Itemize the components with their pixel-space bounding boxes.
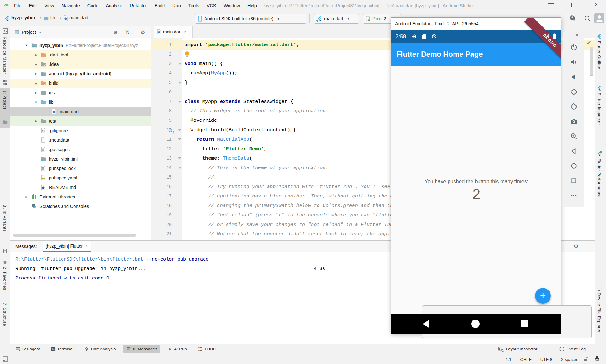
tab-main-dart[interactable]: main.dart × bbox=[154, 26, 193, 38]
horizontal-scrollbar[interactable] bbox=[13, 234, 136, 237]
menu-vcs[interactable]: VCS bbox=[207, 3, 216, 8]
stripe-resource-manager[interactable]: Resource Manager bbox=[3, 37, 7, 74]
stripe-structure[interactable]: 7: Structure bbox=[3, 303, 7, 326]
tree-expanded-icon[interactable]: ▼ bbox=[34, 101, 38, 104]
toolwindow-icon[interactable] bbox=[3, 80, 8, 85]
breadcrumb-file[interactable]: main.dart bbox=[69, 15, 88, 20]
resource-manager-icon[interactable] bbox=[3, 28, 8, 34]
tree-collapsed-icon[interactable]: ▶ bbox=[24, 195, 29, 198]
emulator-rotate-right-button[interactable] bbox=[570, 103, 578, 111]
menu-file[interactable]: File bbox=[14, 3, 21, 8]
tree-item-main-dart[interactable]: main.dart bbox=[10, 107, 152, 116]
tree-item-readme-md[interactable]: iREADME.md bbox=[10, 183, 152, 192]
emulator-camera-button[interactable] bbox=[570, 117, 578, 126]
menu-view[interactable]: View bbox=[44, 3, 54, 8]
toolwindow-tab-0-messages[interactable]: 0: Messages bbox=[123, 345, 160, 353]
tree-item-ios[interactable]: ▶ios bbox=[10, 88, 152, 97]
tree-collapsed-icon[interactable]: ▶ bbox=[34, 82, 38, 85]
console-line[interactable]: R:\Flutter\FlutterSDK\flutter\bin\flutte… bbox=[15, 255, 209, 264]
nav-home-button[interactable] bbox=[471, 320, 480, 328]
emulator-power-button[interactable] bbox=[570, 43, 578, 51]
toolwindow-tab-6-logcat[interactable]: 6: Logcat bbox=[13, 345, 43, 353]
stripe-flutter-performance[interactable]: Flutter Performance bbox=[597, 151, 602, 197]
collapse-all-icon[interactable]: ⇅ bbox=[125, 29, 129, 35]
minimize-button[interactable] bbox=[548, 3, 554, 4]
menu-tools[interactable]: Tools bbox=[188, 3, 199, 8]
tree-item-lib[interactable]: ▼lib bbox=[10, 97, 152, 107]
close-tab-icon[interactable]: × bbox=[184, 30, 186, 34]
tree-item--packages[interactable]: .packages bbox=[10, 145, 152, 154]
stripe-flutter-outline[interactable]: Flutter Outline bbox=[597, 34, 602, 69]
menu-navigate[interactable]: Navigate bbox=[62, 3, 80, 8]
console-line[interactable]: Running "flutter pub upgrade" in hyzp_yi… bbox=[15, 264, 146, 274]
tree-item-external-libraries[interactable]: ▶External Libraries bbox=[10, 192, 152, 202]
tab-flutter-console[interactable]: [hyzp_yibin] Flutter × bbox=[43, 241, 91, 252]
emulator-overview-button[interactable] bbox=[570, 177, 578, 185]
inspection-ok-icon[interactable]: ✔ bbox=[586, 40, 591, 46]
stripe-build-variants[interactable]: Build Variants bbox=[3, 204, 7, 232]
tree-collapsed-icon[interactable]: ▶ bbox=[34, 63, 38, 66]
toolwindow-tab-layout-inspector[interactable]: Layout Inspector bbox=[495, 345, 540, 353]
menu-analyze[interactable]: Analyze bbox=[106, 3, 122, 8]
tree-item--gitignore[interactable]: .gitignore bbox=[10, 126, 152, 135]
fold-marker-icon[interactable] bbox=[178, 82, 181, 84]
gear-icon[interactable]: ⚙ bbox=[140, 29, 145, 35]
emulator-close-button[interactable]: × bbox=[576, 32, 578, 38]
tree-item-android[interactable]: ▶android [hyzp_yibin_android] bbox=[10, 69, 152, 79]
status-1-1[interactable]: 1:1 bbox=[506, 357, 512, 362]
avatar[interactable] bbox=[594, 13, 604, 23]
toolwindow-tab-4-run[interactable]: 4: Run bbox=[165, 345, 190, 353]
tree-item--idea[interactable]: ▶.idea bbox=[10, 60, 152, 69]
tree-item-build[interactable]: ▶build bbox=[10, 79, 152, 88]
stripe-project[interactable]: 1: Project bbox=[0, 88, 10, 128]
breadcrumb-project[interactable]: hyzp_yibin bbox=[11, 15, 35, 20]
tree-item-scratches-and-consoles[interactable]: Scratches and Consoles bbox=[10, 202, 152, 211]
menu-refactor[interactable]: Refactor bbox=[130, 3, 147, 8]
intention-bulb-icon[interactable] bbox=[185, 51, 189, 56]
project-panel-title[interactable]: Project bbox=[22, 30, 36, 35]
close-button[interactable]: × bbox=[595, 2, 598, 8]
chevron-down-icon[interactable]: ▼ bbox=[39, 31, 42, 34]
device-selector[interactable]: Android SDK built for x86 (mobile) ▼ bbox=[195, 14, 306, 24]
locate-file-icon[interactable]: ⊕ bbox=[113, 29, 118, 36]
menu-run[interactable]: Run bbox=[172, 3, 181, 8]
close-tab-icon[interactable]: × bbox=[85, 244, 87, 248]
status-utf-8[interactable]: UTF-8 bbox=[540, 357, 552, 362]
emulator-rotate-left-button[interactable] bbox=[570, 88, 578, 96]
fold-marker-icon[interactable] bbox=[178, 129, 181, 131]
search-everywhere-icon[interactable] bbox=[584, 15, 591, 22]
tree-collapsed-icon[interactable]: ▶ bbox=[34, 72, 38, 75]
stripe-device-file-explorer[interactable]: Device File Explorer bbox=[597, 286, 602, 332]
tree-item-test[interactable]: ▶test bbox=[10, 116, 152, 126]
menu-edit[interactable]: Edit bbox=[29, 3, 37, 8]
menu-code[interactable]: Code bbox=[87, 3, 98, 8]
emulator-volume-up-button[interactable] bbox=[570, 58, 578, 66]
fab-increment-button[interactable]: + bbox=[535, 288, 551, 304]
fold-marker-icon[interactable] bbox=[178, 138, 181, 140]
toolwindow-tab-event-log[interactable]: Event Log bbox=[556, 345, 589, 353]
fold-marker-icon[interactable] bbox=[178, 167, 181, 169]
menu-build[interactable]: Build bbox=[155, 3, 165, 8]
status-crlf[interactable]: CRLF bbox=[520, 357, 531, 362]
tree-item-hyzp-yibin-iml[interactable]: hyzp_yibin.iml bbox=[10, 154, 152, 164]
tree-item-pubspec-lock[interactable]: pubspec.lock bbox=[10, 164, 152, 173]
toolwindow-toggle-icon[interactable] bbox=[3, 356, 8, 362]
emulator-minimize-button[interactable]: – bbox=[566, 32, 569, 38]
build-variants-icon[interactable] bbox=[3, 249, 8, 254]
gear-icon[interactable]: ⚙ bbox=[574, 243, 578, 249]
run-config-selector[interactable]: main.dart ▼ bbox=[314, 14, 359, 24]
tree-collapsed-icon[interactable]: ▶ bbox=[34, 91, 38, 94]
fold-marker-icon[interactable] bbox=[178, 101, 181, 103]
fold-marker-icon[interactable] bbox=[178, 63, 181, 65]
sdk-manager-icon[interactable] bbox=[568, 14, 576, 22]
stripe-favorites[interactable]: 2: Favorites bbox=[3, 267, 7, 290]
unlock-icon[interactable] bbox=[583, 356, 588, 362]
tree-collapsed-icon[interactable]: ▶ bbox=[34, 120, 38, 123]
status-2-spaces[interactable]: 2 spaces bbox=[561, 357, 578, 362]
fold-marker-icon[interactable] bbox=[178, 157, 181, 159]
nav-overview-button[interactable] bbox=[521, 320, 528, 327]
nav-back-button[interactable] bbox=[423, 320, 429, 328]
breadcrumb-folder[interactable]: lib bbox=[50, 15, 55, 20]
emulator-back-button[interactable] bbox=[570, 147, 578, 155]
emulator-more-button[interactable] bbox=[570, 191, 578, 200]
